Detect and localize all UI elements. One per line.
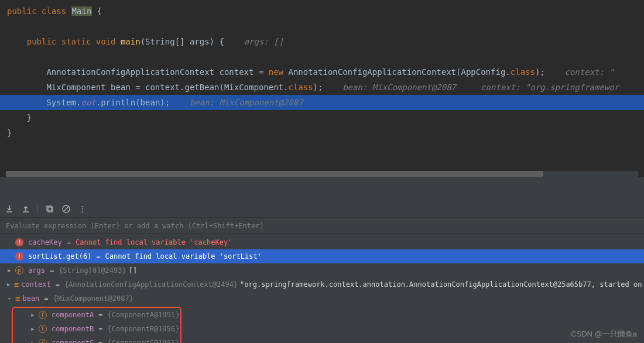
code-line [7,19,644,34]
debug-toolbar: ⋮ [0,200,644,218]
code-line: } [7,125,644,140]
code-line: public static void main(String[] args) {… [7,34,644,49]
object-icon: ≡ [15,294,20,303]
code-line: public class Main { [7,4,644,19]
expand-icon[interactable]: ▶ [29,326,36,332]
scrollbar-thumb[interactable] [6,171,543,177]
horizontal-scrollbar[interactable] [6,171,638,177]
code-line [7,49,644,64]
watermark: CSDN @一只懒鱼a [571,329,637,339]
variables-panel: ! cacheKey = Cannot find local variable … [0,234,644,343]
separator [37,204,38,214]
param-icon: p [15,266,23,275]
var-row-field[interactable]: ▶ f componentA = {ComponentA@1951} [13,308,180,322]
collapse-icon[interactable]: ▾ [6,296,13,301]
var-row-selected[interactable]: ! sortList.get(6) = Cannot find local va… [0,249,644,263]
var-row[interactable]: ▶ p args = {String[0]@2493} [] [0,263,644,277]
expand-icon[interactable]: ▶ [29,312,36,318]
import-icon[interactable] [5,204,14,214]
error-icon: ! [15,238,23,246]
var-row-field[interactable]: ▶ f componentB = {ComponentB@1956} [13,322,180,336]
execution-line: System.out.println(bean); bean: MixCompo… [0,95,644,110]
watch-expression-input[interactable]: Evaluate expression (Enter) or add a wat… [0,218,644,234]
svg-rect-1 [48,207,53,212]
export-icon[interactable] [21,204,30,214]
highlighted-fields: ▶ f componentA = {ComponentA@1951} ▶ f c… [12,307,181,343]
object-icon: ≡ [14,280,19,289]
code-line: } [7,110,644,125]
panel-gap [0,177,644,200]
code-line: AnnotationConfigApplicationContext conte… [7,64,644,80]
var-row-expanded[interactable]: ▾ ≡ bean = {MixComponent@2087} [0,291,644,306]
svg-rect-0 [47,206,52,211]
field-icon: f [39,325,47,333]
code-editor[interactable]: public class Main { public static void m… [0,0,644,177]
expand-icon[interactable]: ▶ [6,282,12,287]
class-name: Main [71,6,93,16]
field-icon: f [39,311,47,319]
field-icon: f [39,339,47,343]
expand-icon[interactable]: ▶ [6,267,13,273]
mute-icon[interactable] [61,204,71,214]
var-row-field[interactable]: ▶ f componentC = {ComponentC@1961} [13,336,180,343]
var-row-error[interactable]: ! cacheKey = Cannot find local variable … [0,235,644,249]
more-icon[interactable]: ⋮ [78,204,87,214]
code-line: MixComponent bean = context.getBean(MixC… [7,80,644,95]
var-row[interactable]: ▶ ≡ context = {AnnotationConfigApplicati… [0,277,644,291]
expand-icon[interactable]: ▶ [29,340,36,343]
copy-icon[interactable] [45,204,54,214]
error-icon: ! [15,252,23,260]
